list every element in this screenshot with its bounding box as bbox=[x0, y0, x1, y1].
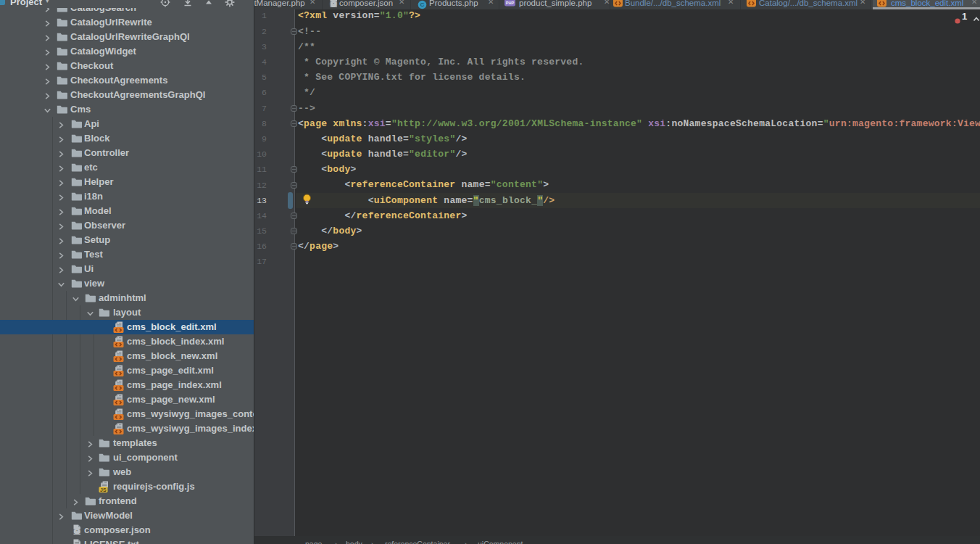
svg-text:{·}: {·} bbox=[328, 0, 339, 7]
svg-text:C: C bbox=[420, 1, 425, 8]
svg-text:{·}: {·} bbox=[72, 527, 82, 534]
svg-text:JS: JS bbox=[100, 487, 107, 493]
svg-text:PHP: PHP bbox=[506, 1, 515, 5]
